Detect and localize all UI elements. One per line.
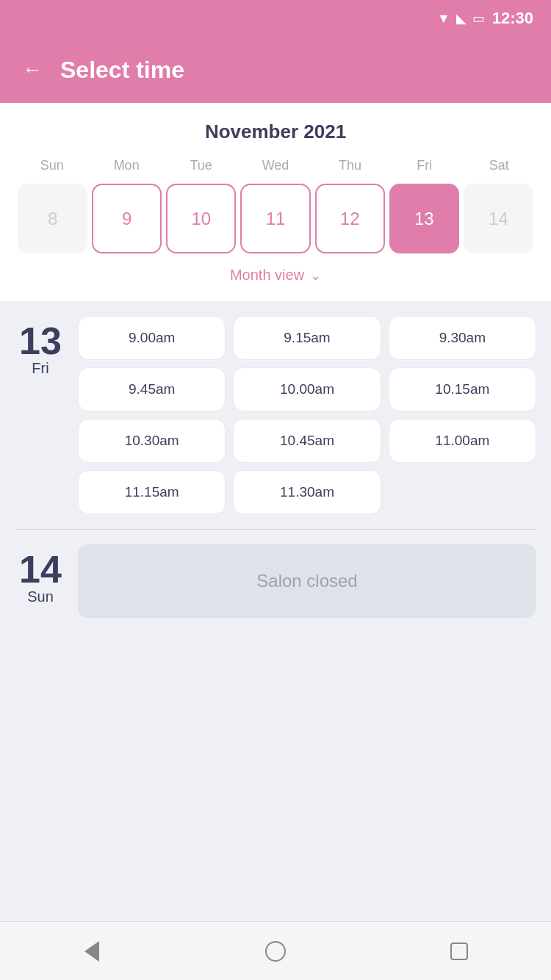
- status-bar: ▼ ◣ ▭ 12:30: [0, 0, 551, 37]
- nav-back-button[interactable]: [76, 935, 108, 968]
- slot-1130am[interactable]: 11.30am: [233, 470, 381, 514]
- wifi-icon: ▼: [437, 11, 450, 26]
- nav-home-button[interactable]: [259, 935, 292, 968]
- day-block-14: 14 Sun Salon closed: [15, 544, 536, 618]
- day-label-14: 14 Sun: [15, 544, 66, 618]
- slot-900am[interactable]: 9.00am: [78, 316, 226, 360]
- weekday-fri: Fri: [387, 158, 461, 173]
- weekday-sat: Sat: [462, 158, 536, 173]
- month-year-label: November 2021: [15, 120, 536, 143]
- battery-icon: ▭: [472, 10, 485, 26]
- slot-1015am[interactable]: 10.15am: [389, 367, 536, 411]
- slot-1030am[interactable]: 10.30am: [78, 419, 226, 463]
- weekday-thu: Thu: [313, 158, 387, 173]
- signal-icon: ◣: [456, 10, 467, 26]
- day-name-14: Sun: [27, 588, 54, 605]
- month-view-toggle[interactable]: Month view ⌄: [15, 256, 536, 289]
- day-block-13: 13 Fri 9.00am 9.15am 9.30am 9.45am 10.00…: [15, 316, 536, 514]
- month-view-label: Month view: [230, 267, 304, 284]
- date-cell-11[interactable]: 11: [240, 184, 310, 253]
- date-row: 8 9 10 11 12 13 14: [15, 181, 536, 256]
- status-icons: ▼ ◣ ▭: [437, 10, 485, 26]
- timeslots-section: 13 Fri 9.00am 9.15am 9.30am 9.45am 10.00…: [0, 301, 551, 647]
- weekday-sun: Sun: [15, 158, 89, 173]
- date-cell-10[interactable]: 10: [166, 184, 236, 253]
- page-title: Select time: [60, 57, 184, 84]
- date-cell-8: 8: [18, 184, 87, 253]
- date-cell-14: 14: [464, 184, 533, 253]
- date-cell-12[interactable]: 12: [315, 184, 385, 253]
- salon-closed-label: Salon closed: [256, 571, 357, 591]
- weekday-mon: Mon: [89, 158, 163, 173]
- slot-1100am[interactable]: 11.00am: [389, 419, 536, 463]
- back-button[interactable]: ←: [22, 60, 43, 80]
- day-label-13: 13 Fri: [15, 316, 66, 514]
- day-name-13: Fri: [32, 360, 48, 377]
- slot-945am[interactable]: 9.45am: [78, 367, 226, 411]
- salon-closed-banner: Salon closed: [78, 544, 536, 618]
- back-triangle-icon: [84, 941, 99, 962]
- day-number-13: 13: [19, 322, 62, 360]
- recent-square-icon: [450, 943, 468, 960]
- date-cell-13[interactable]: 13: [389, 184, 459, 253]
- day-number-14: 14: [19, 550, 62, 588]
- weekday-tue: Tue: [164, 158, 238, 173]
- slot-1045am[interactable]: 10.45am: [233, 419, 381, 463]
- weekday-wed: Wed: [238, 158, 312, 173]
- date-cell-9[interactable]: 9: [92, 184, 162, 253]
- chevron-down-icon: ⌄: [310, 267, 321, 284]
- calendar-section: November 2021 Sun Mon Tue Wed Thu Fri Sa…: [0, 103, 551, 301]
- bottom-navigation: [0, 921, 551, 980]
- nav-recent-button[interactable]: [443, 935, 475, 968]
- home-circle-icon: [265, 941, 286, 962]
- slot-930am[interactable]: 9.30am: [389, 316, 536, 360]
- slot-915am[interactable]: 9.15am: [233, 316, 381, 360]
- weekday-row: Sun Mon Tue Wed Thu Fri Sat: [15, 158, 536, 173]
- slots-grid-13: 9.00am 9.15am 9.30am 9.45am 10.00am 10.1…: [78, 316, 536, 514]
- day-divider: [15, 529, 536, 530]
- slot-1115am[interactable]: 11.15am: [78, 470, 226, 514]
- app-header: ← Select time: [0, 37, 551, 103]
- status-time: 12:30: [492, 9, 533, 28]
- slot-1000am[interactable]: 10.00am: [233, 367, 381, 411]
